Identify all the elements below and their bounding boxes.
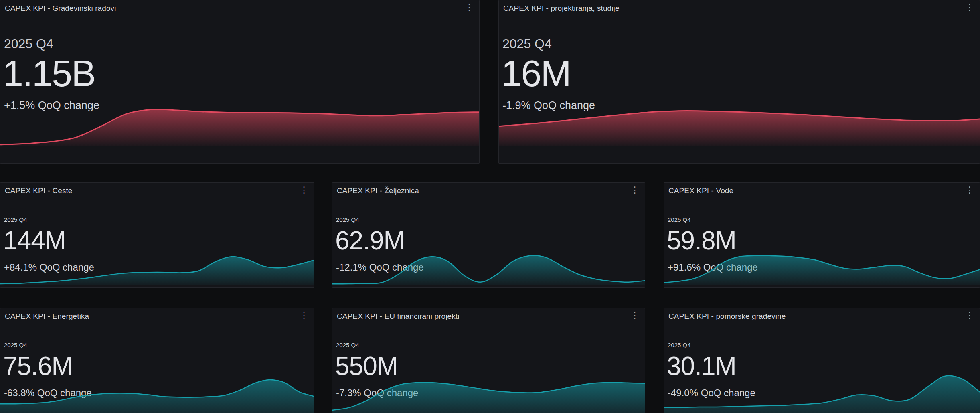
panel-capex-zeljeznica: CAPEX KPI - Željeznica ⋮ 2025 Q4 62.9M -… — [332, 182, 645, 288]
panel-title: CAPEX KPI - Željeznica — [337, 186, 419, 195]
stat-period: 2025 Q4 — [4, 342, 27, 348]
panel-title: CAPEX KPI - Ceste — [5, 186, 73, 195]
kebab-menu-icon[interactable]: ⋮ — [964, 312, 976, 319]
panel-capex-energetika: CAPEX KPI - Energetika ⋮ 2025 Q4 75.6M -… — [0, 308, 314, 413]
panel-header[interactable]: CAPEX KPI - projektiranja, studije ⋮ — [499, 0, 980, 16]
panel-capex-projektiranja-studije: CAPEX KPI - projektiranja, studije ⋮ 202… — [498, 0, 980, 164]
sparkline-chart — [664, 239, 980, 285]
stat-period: 2025 Q4 — [668, 342, 691, 348]
panel-title: CAPEX KPI - EU financirani projekti — [337, 312, 460, 321]
panel-title: CAPEX KPI - Građevinski radovi — [5, 4, 116, 13]
sparkline-chart — [499, 108, 980, 146]
panel-header[interactable]: CAPEX KPI - pomorske građevine ⋮ — [664, 308, 980, 324]
panel-header[interactable]: CAPEX KPI - Vode ⋮ — [664, 183, 980, 199]
sparkline-chart — [664, 366, 980, 413]
sparkline-chart — [332, 239, 645, 285]
panel-header[interactable]: CAPEX KPI - Energetika ⋮ — [0, 308, 314, 324]
panel-capex-ceste: CAPEX KPI - Ceste ⋮ 2025 Q4 144M +84.1% … — [0, 182, 314, 288]
stat-period: 2025 Q4 — [336, 342, 359, 348]
panel-capex-vode: CAPEX KPI - Vode ⋮ 2025 Q4 59.8M +91.6% … — [664, 182, 980, 288]
stat-value: 1.15B — [3, 55, 95, 92]
panel-title: CAPEX KPI - Vode — [668, 186, 733, 195]
sparkline-chart — [0, 108, 479, 146]
kebab-menu-icon[interactable]: ⋮ — [463, 4, 475, 11]
kebab-menu-icon[interactable]: ⋮ — [629, 186, 641, 194]
panel-header[interactable]: CAPEX KPI - Građevinski radovi ⋮ — [0, 0, 479, 16]
kebab-menu-icon[interactable]: ⋮ — [298, 312, 310, 319]
panel-title: CAPEX KPI - projektiranja, studije — [503, 4, 620, 13]
stat-period: 2025 Q4 — [336, 216, 359, 223]
stat-value: 16M — [501, 55, 571, 92]
panel-capex-eu-financirani-projekti: CAPEX KPI - EU financirani projekti ⋮ 20… — [332, 308, 645, 413]
kebab-menu-icon[interactable]: ⋮ — [629, 312, 641, 319]
panel-header[interactable]: CAPEX KPI - Željeznica ⋮ — [332, 183, 645, 199]
panel-title: CAPEX KPI - pomorske građevine — [668, 312, 786, 321]
sparkline-chart — [0, 366, 314, 413]
kebab-menu-icon[interactable]: ⋮ — [298, 186, 310, 194]
stat-period: 2025 Q4 — [4, 36, 53, 51]
panel-capex-gradjevinski-radovi: CAPEX KPI - Građevinski radovi ⋮ 2025 Q4… — [0, 0, 480, 164]
stat-period: 2025 Q4 — [668, 216, 691, 223]
sparkline-chart — [0, 239, 314, 285]
stat-period: 2025 Q4 — [4, 216, 27, 223]
kebab-menu-icon[interactable]: ⋮ — [964, 186, 976, 194]
panel-title: CAPEX KPI - Energetika — [5, 312, 89, 321]
stat-period: 2025 Q4 — [502, 36, 552, 51]
kebab-menu-icon[interactable]: ⋮ — [964, 4, 976, 11]
panel-capex-pomorske-gradjevine: CAPEX KPI - pomorske građevine ⋮ 2025 Q4… — [664, 308, 980, 413]
panel-header[interactable]: CAPEX KPI - Ceste ⋮ — [0, 183, 314, 199]
sparkline-chart — [332, 366, 645, 413]
panel-header[interactable]: CAPEX KPI - EU financirani projekti ⋮ — [332, 308, 645, 324]
